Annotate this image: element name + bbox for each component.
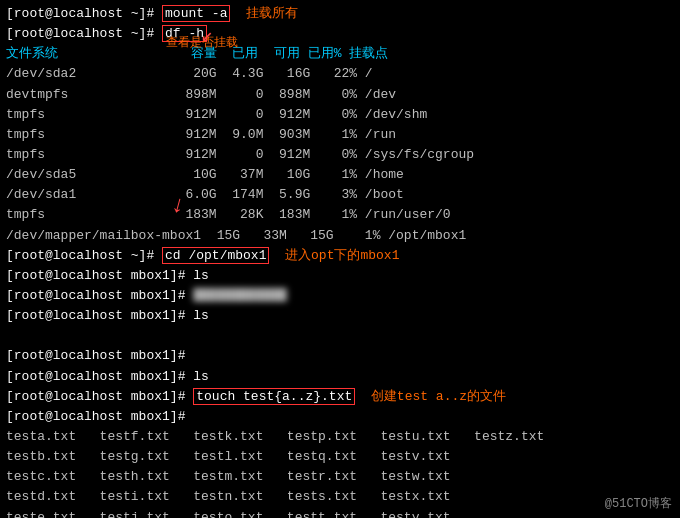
line-df-7: /dev/sda1 6.0G 174M 5.9G 3% /boot bbox=[6, 185, 674, 205]
line-blank2: [root@localhost mbox1]# bbox=[6, 346, 674, 366]
line-df-3: tmpfs 912M 0 912M 0% /dev/shm bbox=[6, 105, 674, 125]
line-ls-1: [root@localhost mbox1]# ls bbox=[6, 266, 674, 286]
line-files-5: teste.txt testj.txt testo.txt testt.txt … bbox=[6, 508, 674, 518]
prompt-1: [root@localhost ~]# bbox=[6, 4, 162, 24]
prompt-b2: [root@localhost mbox1]# bbox=[6, 346, 193, 366]
line-files-2: testb.txt testg.txt testl.txt testq.txt … bbox=[6, 447, 674, 467]
line-df-header: 文件系统 容量 已用 可用 已用% 挂载点 bbox=[6, 44, 674, 64]
line-df-8: tmpfs 183M 28K 183M 1% /run/user/0 ↓ bbox=[6, 205, 674, 225]
line-df-1: /dev/sda2 20G 4.3G 16G 22% / bbox=[6, 64, 674, 84]
line-touch: [root@localhost mbox1]# touch test{a..z}… bbox=[6, 387, 674, 407]
prompt-ls3: [root@localhost mbox1]# bbox=[6, 367, 193, 387]
line-cd: [root@localhost ~]# cd /opt/mbox1 进入opt下… bbox=[6, 246, 674, 266]
line-mount: [root@localhost ~]# mount -a 挂载所有 bbox=[6, 4, 674, 24]
line-df-5: tmpfs 912M 0 912M 0% /sys/fs/cgroup bbox=[6, 145, 674, 165]
cmd-ls3: ls bbox=[193, 367, 209, 387]
line-df-9: /dev/mapper/mailbox-mbox1 15G 33M 15G 1%… bbox=[6, 226, 674, 246]
prompt-b1: [root@localhost mbox1]# bbox=[6, 286, 193, 306]
line-ls-blurred1: [root@localhost mbox1]# ████████████ bbox=[6, 286, 674, 306]
cmd-ls1: ls bbox=[193, 266, 209, 286]
annotation-mount: 挂载所有 bbox=[230, 4, 298, 24]
line-files-1: testa.txt testf.txt testk.txt testp.txt … bbox=[6, 427, 674, 447]
prompt-ls1: [root@localhost mbox1]# bbox=[6, 266, 193, 286]
line-df-6: /dev/sda5 10G 37M 10G 1% /home bbox=[6, 165, 674, 185]
line-files-3: testc.txt testh.txt testm.txt testr.txt … bbox=[6, 467, 674, 487]
line-df-2: devtmpfs 898M 0 898M 0% /dev bbox=[6, 85, 674, 105]
arrow-icon: ↙ bbox=[201, 22, 213, 47]
prompt-2: [root@localhost ~]# bbox=[6, 24, 162, 44]
prompt-touch: [root@localhost mbox1]# bbox=[6, 387, 193, 407]
prompt-cd: [root@localhost ~]# bbox=[6, 246, 162, 266]
line-df: [root@localhost ~]# df -h bbox=[6, 24, 674, 44]
terminal-window: [root@localhost ~]# mount -a 挂载所有 [root@… bbox=[0, 0, 680, 518]
line-ls-2: [root@localhost mbox1]# ls bbox=[6, 306, 674, 326]
line-blank bbox=[6, 326, 674, 346]
cmd-ls2: ls bbox=[193, 306, 209, 326]
cmd-cd: cd /opt/mbox1 bbox=[162, 246, 269, 266]
line-df-4: tmpfs 912M 9.0M 903M 1% /run bbox=[6, 125, 674, 145]
line-after-touch: [root@localhost mbox1]# bbox=[6, 407, 674, 427]
cmd-mount: mount -a bbox=[162, 4, 230, 24]
prompt-after: [root@localhost mbox1]# bbox=[6, 407, 193, 427]
line-files-4: testd.txt testi.txt testn.txt tests.txt … bbox=[6, 487, 674, 507]
cmd-touch: touch test{a..z}.txt bbox=[193, 387, 355, 407]
annotation-touch: 创建test a..z的文件 bbox=[355, 387, 506, 407]
annotation-cd: 进入opt下的mbox1 bbox=[269, 246, 399, 266]
line-ls-3: [root@localhost mbox1]# ls bbox=[6, 367, 674, 387]
watermark: @51CTO博客 bbox=[605, 495, 672, 512]
prompt-ls2: [root@localhost mbox1]# bbox=[6, 306, 193, 326]
